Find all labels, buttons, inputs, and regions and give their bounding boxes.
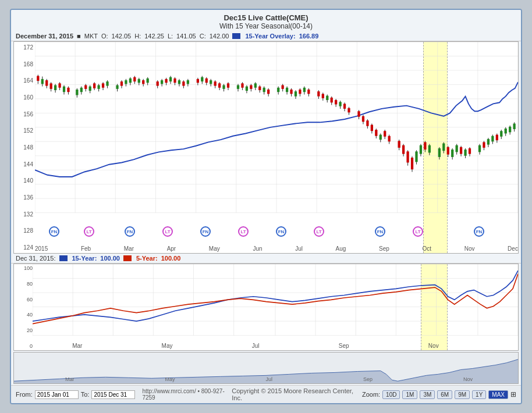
lt-badge-jun[interactable]: LT: [238, 226, 249, 237]
svg-rect-179: [415, 151, 417, 162]
svg-rect-41: [67, 88, 69, 92]
svg-rect-79: [165, 79, 167, 83]
svg-rect-171: [398, 141, 400, 148]
zoom-3m[interactable]: 3M: [420, 390, 435, 399]
svg-rect-47: [84, 85, 87, 88]
svg-rect-113: [250, 85, 252, 88]
lt-badge-aug[interactable]: LT: [314, 226, 324, 237]
svg-rect-161: [371, 125, 373, 131]
svg-rect-157: [362, 116, 364, 122]
fn-badge-jul[interactable]: FN: [276, 226, 286, 237]
svg-rect-203: [478, 145, 481, 152]
svg-rect-153: [347, 108, 350, 112]
fn-badge-sep[interactable]: FN: [375, 226, 385, 237]
svg-rect-61: [120, 81, 123, 86]
svg-rect-55: [102, 83, 104, 87]
svg-rect-103: [222, 85, 225, 88]
seasonal-x-axis: Mar May Jul Sep Nov: [33, 343, 518, 349]
svg-rect-213: [500, 131, 502, 137]
svg-rect-127: [286, 88, 288, 92]
svg-rect-75: [157, 81, 159, 86]
svg-rect-219: [513, 123, 515, 129]
seasonal-5yr-legend: [123, 255, 132, 261]
svg-rect-145: [331, 98, 333, 103]
svg-rect-45: [80, 88, 83, 92]
svg-rect-87: [182, 81, 185, 86]
chart-title-sub: With 15 Year Seasonal(00-14): [11, 22, 521, 30]
zoom-1y[interactable]: 1Y: [472, 390, 486, 399]
fn-badge-dec[interactable]: FN: [474, 226, 484, 237]
seasonal-15yr-label: 15-Year:: [72, 255, 97, 262]
svg-rect-189: [442, 144, 445, 151]
svg-rect-135: [303, 88, 306, 92]
zoom-max[interactable]: MAX: [488, 390, 508, 399]
footer-left: From: To: http://www.mrci.com/ • 800-927…: [16, 388, 232, 401]
from-label: From:: [16, 391, 33, 398]
svg-rect-147: [335, 100, 337, 104]
lt-badge-oct[interactable]: LT: [413, 226, 423, 237]
footer-bar: From: To: http://www.mrci.com/ • 800-927…: [11, 385, 521, 403]
y-axis: 172 168 164 160 156 152 148 144 140 136 …: [14, 42, 35, 253]
lt-badge-apr[interactable]: LT: [162, 226, 173, 237]
svg-rect-35: [54, 85, 56, 90]
svg-rect-163: [375, 130, 377, 136]
x-axis-main: 2015 Feb Mar Apr May Jun Jul Aug Sep Oct…: [35, 245, 518, 252]
seasonal-15yr-value: 100.00: [100, 255, 120, 262]
seasonal-chart-svg: [33, 264, 518, 336]
svg-rect-71: [142, 80, 144, 84]
svg-rect-149: [339, 102, 341, 106]
svg-rect-183: [424, 142, 426, 149]
svg-rect-67: [133, 77, 136, 81]
svg-rect-129: [290, 90, 292, 94]
svg-rect-107: [237, 85, 239, 88]
svg-rect-151: [343, 104, 346, 109]
lt-badge-feb[interactable]: LT: [84, 226, 94, 237]
website: http://www.mrci.com/ • 800-927-7259: [142, 388, 232, 401]
svg-rect-77: [161, 80, 163, 84]
fn-badge-mar[interactable]: FN: [125, 226, 135, 237]
mkt-label: MKT: [84, 33, 98, 40]
svg-rect-117: [258, 87, 261, 90]
svg-rect-81: [169, 77, 172, 81]
zoom-1m[interactable]: 1M: [402, 390, 417, 399]
seasonal-5yr-value: 100.00: [161, 255, 181, 262]
svg-rect-85: [178, 80, 180, 84]
zoom-9m[interactable]: 9M: [455, 390, 470, 399]
svg-rect-217: [509, 127, 511, 133]
svg-rect-119: [263, 88, 265, 92]
svg-rect-33: [50, 83, 52, 89]
from-input[interactable]: [35, 390, 79, 399]
candle-chart: 172 168 164 160 156 152 148 144 140 136 …: [13, 41, 519, 254]
svg-rect-197: [460, 147, 462, 154]
svg-rect-215: [505, 129, 507, 134]
high-label: H:: [134, 33, 141, 40]
seasonal-y-axis: 100 80 60 40 20 0: [14, 264, 33, 350]
zoom-10d[interactable]: 10D: [382, 390, 400, 399]
svg-rect-187: [438, 148, 441, 157]
svg-rect-155: [357, 111, 360, 117]
mini-x-axis: Mar May Jul Sep Nov: [20, 376, 518, 382]
svg-rect-131: [295, 91, 297, 97]
mini-chart: Mar May Jul Sep Nov: [13, 352, 519, 384]
fn-badge-may[interactable]: FN: [200, 226, 211, 237]
high-value: 142.25: [144, 33, 164, 40]
svg-rect-63: [125, 80, 127, 84]
svg-rect-89: [187, 80, 189, 84]
low-value: 141.05: [176, 33, 196, 40]
fn-badge-jan[interactable]: FN: [49, 226, 59, 237]
svg-rect-95: [205, 79, 208, 83]
chart-title-main: Dec15 Live Cattle(CME): [11, 13, 521, 22]
svg-rect-133: [299, 90, 301, 94]
to-input[interactable]: [91, 390, 135, 399]
seasonal-date: Dec 31, 2015:: [16, 255, 56, 262]
overlay-label: 15-Year Overlay:: [245, 33, 295, 40]
zoom-6m[interactable]: 6M: [437, 390, 452, 399]
zoom-resize-icon: ⊞: [510, 390, 516, 398]
svg-rect-27: [37, 76, 39, 81]
svg-rect-175: [406, 151, 409, 162]
svg-rect-99: [214, 81, 217, 86]
main-info-bar: December 31, 2015 ■ MKT O: 142.05 H: 142…: [11, 31, 521, 41]
chart-title: Dec15 Live Cattle(CME) With 15 Year Seas…: [11, 10, 521, 31]
svg-rect-69: [138, 79, 140, 83]
svg-rect-137: [307, 90, 310, 94]
